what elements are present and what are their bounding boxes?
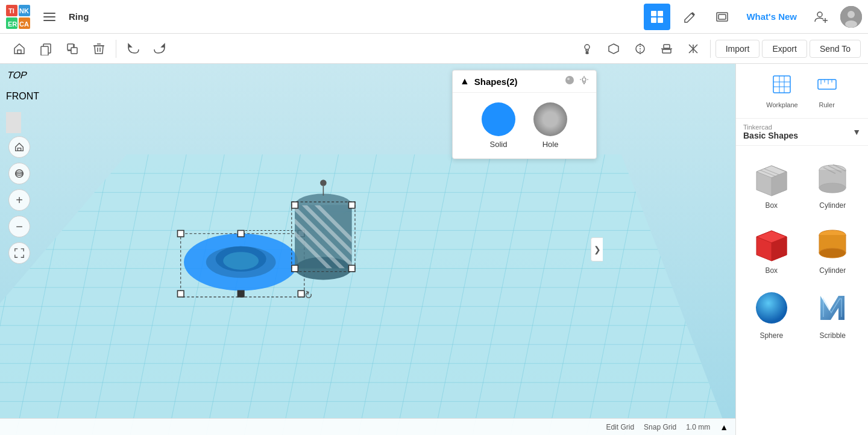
toolbar: Import Export Send To <box>0 34 868 64</box>
view-cube-side[interactable] <box>6 112 21 133</box>
flip-button[interactable] <box>681 37 705 61</box>
svg-rect-91 <box>237 290 244 297</box>
edit-mode-button[interactable] <box>676 4 703 30</box>
workplane-tool[interactable]: Workplane <box>760 70 804 112</box>
svg-rect-40 <box>662 49 671 53</box>
shapes-material-button[interactable] <box>565 75 574 87</box>
shapes-panel-title: Shapes(2) <box>474 77 560 87</box>
svg-rect-8 <box>43 13 55 14</box>
svg-text:NK: NK <box>19 7 29 14</box>
shapes-collapse-button[interactable]: ▲ <box>460 76 470 87</box>
cylinder-gray-card[interactable]: Cylinder <box>805 153 861 213</box>
gallery-button[interactable] <box>709 4 735 30</box>
orbit-button[interactable] <box>8 163 30 184</box>
add-user-button[interactable] <box>808 4 834 30</box>
shapes-panel: ▲ Shapes(2) <box>452 70 597 159</box>
user-avatar[interactable] <box>840 6 862 28</box>
edit-grid-label[interactable]: Edit Grid <box>606 423 634 431</box>
snap-toggle-button[interactable]: ▲ <box>720 422 728 432</box>
svg-rect-88 <box>237 230 244 237</box>
sphere-blue-card[interactable]: Sphere <box>743 283 800 343</box>
svg-rect-11 <box>651 11 656 16</box>
view-controls: + − <box>8 136 30 264</box>
export-button[interactable]: Export <box>762 40 807 58</box>
align-button[interactable] <box>655 37 679 61</box>
view-cube-top[interactable]: TOP <box>3 70 51 91</box>
redo-button[interactable] <box>148 37 172 61</box>
delete-button[interactable] <box>87 37 111 61</box>
svg-point-117 <box>582 78 586 81</box>
fit-view-button[interactable] <box>8 242 30 264</box>
right-panel-tools: Workplane Ruler <box>736 64 868 119</box>
svg-rect-105 <box>348 202 355 208</box>
svg-marker-45 <box>0 154 735 435</box>
svg-rect-107 <box>348 265 355 272</box>
3d-viewport[interactable]: ↻ <box>0 64 735 435</box>
shapes-light-button[interactable] <box>579 75 589 87</box>
duplicate-button[interactable] <box>60 37 84 61</box>
svg-rect-16 <box>719 14 726 19</box>
hole-circle <box>533 102 567 136</box>
whats-new-button[interactable]: What's New <box>741 9 802 24</box>
svg-text:ER: ER <box>8 20 17 28</box>
svg-point-154 <box>819 248 846 258</box>
zoom-out-button[interactable]: − <box>8 216 30 237</box>
copy-button[interactable] <box>34 37 58 61</box>
undo-button[interactable] <box>121 37 145 61</box>
zoom-in-button[interactable]: + <box>8 189 30 211</box>
svg-rect-106 <box>292 265 298 272</box>
home-button[interactable] <box>7 37 31 61</box>
box-gray-label: Box <box>765 201 778 210</box>
view-cube-front[interactable]: FRONT <box>6 91 48 112</box>
grid-view-button[interactable] <box>644 4 670 30</box>
svg-rect-23 <box>17 50 21 54</box>
svg-rect-25 <box>41 46 48 55</box>
mirror-button[interactable] <box>628 37 652 61</box>
svg-point-115 <box>565 76 574 84</box>
svg-point-85 <box>223 252 259 269</box>
svg-point-21 <box>848 11 855 18</box>
svg-rect-14 <box>658 17 663 23</box>
shapes-category-label: Basic Shapes <box>743 131 850 140</box>
box-red-card[interactable]: Box <box>743 218 800 278</box>
svg-rect-122 <box>773 76 790 93</box>
box-gray-card[interactable]: Box <box>743 153 800 213</box>
hole-label: Hole <box>542 140 559 149</box>
cylinder-orange-card[interactable]: Cylinder <box>805 218 861 278</box>
svg-rect-27 <box>71 48 77 54</box>
svg-rect-90 <box>177 290 184 297</box>
svg-rect-104 <box>292 202 298 208</box>
header: TI NK ER CA Ring <box>0 0 868 34</box>
right-panel: Workplane Ruler Tinker <box>735 64 868 435</box>
cylinder-gray-label: Cylinder <box>819 201 846 210</box>
tinkercad-label: Tinkercad <box>743 124 850 131</box>
menu-button[interactable] <box>36 4 63 30</box>
sendto-button[interactable]: Send To <box>810 40 861 58</box>
ruler-tool[interactable]: Ruler <box>810 70 844 112</box>
view-cube[interactable]: TOP FRONT <box>6 70 60 124</box>
light-button[interactable] <box>575 37 599 61</box>
import-button[interactable]: Import <box>715 40 760 58</box>
hole-shape-option[interactable]: Hole <box>533 102 567 149</box>
box-red-label: Box <box>765 266 778 275</box>
svg-point-109 <box>320 180 327 186</box>
status-bar: Edit Grid Snap Grid 1.0 mm ▲ <box>0 418 735 435</box>
svg-rect-35 <box>586 52 588 54</box>
toolbar-right: Import Export Send To <box>575 37 861 61</box>
grid-background: ↻ <box>0 64 735 435</box>
svg-point-155 <box>756 292 787 324</box>
shape-button[interactable] <box>602 37 626 61</box>
collapse-panel-button[interactable]: ❯ <box>591 237 603 261</box>
solid-shape-option[interactable]: Solid <box>482 102 515 149</box>
home-view-button[interactable] <box>8 136 30 158</box>
snap-grid-label: Snap Grid <box>644 423 676 431</box>
svg-rect-9 <box>43 16 55 17</box>
shapes-panel-header: ▲ Shapes(2) <box>453 70 596 93</box>
shapes-body: Solid Hole <box>453 93 596 158</box>
shapes-dropdown-button[interactable]: ▼ <box>852 127 861 137</box>
scribble-card[interactable]: Scribble <box>805 283 861 343</box>
solid-circle <box>482 102 515 136</box>
svg-text:TI: TI <box>8 7 14 14</box>
project-name: Ring <box>69 11 89 22</box>
ruler-icon <box>816 74 838 99</box>
